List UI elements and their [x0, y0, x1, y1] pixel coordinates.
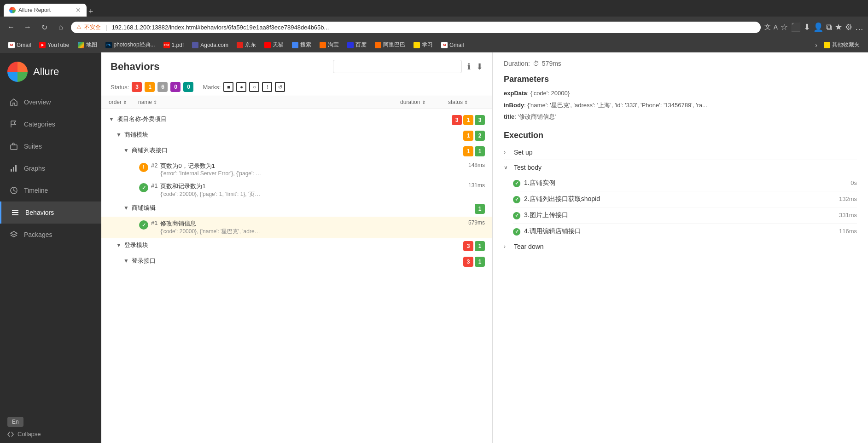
badge-green: 3	[475, 115, 485, 125]
tree-node-shop-edit[interactable]: ▼ 商铺编辑 1	[101, 201, 492, 217]
status-badge-purple[interactable]: 0	[170, 82, 181, 92]
bookmark-pdf[interactable]: PDF 1.pdf	[160, 40, 188, 50]
col-name-header[interactable]: name ⇕	[138, 99, 398, 105]
step1-item[interactable]: 1.店铺实例 0s	[513, 175, 857, 191]
reader-mode-button[interactable]: 文	[764, 23, 771, 31]
more-bookmarks-button[interactable]: ›	[815, 41, 817, 49]
status-badge-red[interactable]: 3	[132, 82, 142, 92]
baidu-icon	[347, 42, 354, 48]
mark-icon-2[interactable]: ○	[249, 82, 259, 92]
tree-row-content: 商铺编辑 1	[132, 204, 485, 214]
test2-desc: {'error': 'Internal Server Error'}, {'pa…	[160, 170, 262, 177]
bookmark-alibaba[interactable]: 阿里巴巴	[371, 40, 409, 50]
language-button[interactable]: En	[7, 417, 23, 427]
step1-status-icon	[513, 180, 520, 187]
bookmark-gmail[interactable]: M Gmail	[5, 40, 35, 50]
parameters-section: Parameters expData: {'code': 20000} inBo…	[504, 75, 857, 121]
download-button[interactable]: ⬇	[804, 22, 810, 32]
bookmark-jd[interactable]: 京东	[233, 40, 260, 50]
extensions-button[interactable]: ⬛	[791, 22, 801, 32]
sidebar-item-behaviors[interactable]: Behaviors	[0, 201, 101, 224]
forward-button[interactable]: →	[21, 21, 34, 34]
back-button[interactable]: ←	[5, 21, 17, 34]
tree-row-content: 项目名称-外卖项目 3 1 3	[117, 115, 485, 125]
badge-orange: 1	[463, 131, 473, 141]
col-status-header[interactable]: status ⇕	[448, 99, 485, 105]
reload-button[interactable]: ↻	[38, 21, 51, 34]
teardown-item[interactable]: › Tear down	[504, 239, 857, 254]
bookmark-star-button[interactable]: ☆	[781, 22, 788, 32]
search-input[interactable]	[333, 60, 462, 73]
mark-icon-0[interactable]: ■	[223, 82, 233, 92]
bookmark-youtube[interactable]: YouTube	[35, 40, 73, 50]
tree-node-edit1[interactable]: #1 修改商铺信息 {'code': 20000}, {'name': '星巴克…	[101, 217, 492, 238]
testbody-item[interactable]: ∨ Test body	[504, 160, 857, 175]
tree-node-project-root[interactable]: ▼ 项目名称-外卖项目 3 1 3	[101, 112, 492, 128]
address-bar[interactable]: ⚠ 不安全 | 192.168.1.200:13882/index.html#b…	[71, 22, 761, 33]
active-tab[interactable]: Allure Report ✕	[4, 4, 87, 17]
step3-item[interactable]: 3.图片上传接口 331ms	[513, 207, 857, 224]
address-text: 192.168.1.200:13882/index.html#behaviors…	[111, 24, 755, 31]
tree-node-shop-module[interactable]: ▼ 商铺模块 1 2	[101, 128, 492, 144]
bookmark-tmall[interactable]: 天猫	[261, 40, 287, 50]
step4-item[interactable]: 4.调用编辑店铺接口 116ms	[513, 224, 857, 239]
step2-item[interactable]: 2.店铺列出接口获取shopid 132ms	[513, 191, 857, 207]
home-button[interactable]: ⌂	[54, 21, 67, 34]
col-order-header[interactable]: order ⇕	[109, 99, 136, 105]
tree-node-login-module[interactable]: ▼ 登录模块 3 1	[101, 238, 492, 254]
sidebar-item-timeline[interactable]: Timeline	[0, 179, 101, 201]
svg-rect-2	[11, 169, 12, 172]
bookmark-agoda[interactable]: Agoda.com	[188, 40, 232, 50]
sidebar-item-categories[interactable]: Categories	[0, 113, 101, 135]
step3-duration: 331ms	[839, 212, 857, 219]
status-check-icon	[139, 220, 148, 230]
bookmark-photoshop[interactable]: Ps photoshop经典...	[102, 40, 159, 50]
photoshop-icon: Ps	[105, 42, 112, 48]
app: Allure Overview Categories Suites	[0, 52, 868, 443]
settings-button[interactable]: ⚙	[845, 22, 852, 32]
mark-icon-4[interactable]: ↺	[275, 82, 285, 92]
bookmark-maps[interactable]: 地图	[74, 40, 101, 50]
nav-right-icons: 文 A ☆ ⬛ ⬇ 👤 ⧉ ★ ⚙ …	[764, 22, 863, 32]
col-duration-header[interactable]: duration ⇕	[400, 99, 446, 105]
favorites-button[interactable]: ★	[835, 22, 842, 32]
bookmark-gmail2[interactable]: M Gmail	[437, 40, 467, 50]
tree-panel[interactable]: ▼ 项目名称-外卖项目 3 1 3 ▼ 商铺模块	[101, 109, 492, 443]
tab-bar: Allure Report ✕ +	[0, 0, 868, 17]
tree-node-shop-list-api[interactable]: ▼ 商铺列表接口 1 1	[101, 144, 492, 159]
profile-button[interactable]: 👤	[813, 22, 823, 32]
bookmark-study[interactable]: 学习	[410, 40, 437, 50]
parameters-title: Parameters	[504, 75, 857, 84]
download-button[interactable]: ⬇	[476, 62, 483, 72]
more-button[interactable]: …	[855, 23, 863, 32]
sidebar-item-overview[interactable]: Overview	[0, 91, 101, 113]
new-tab-button[interactable]: +	[88, 7, 93, 17]
translate-button[interactable]: A	[774, 23, 778, 31]
info-button[interactable]: ℹ	[467, 62, 471, 72]
collapse-button[interactable]: Collapse	[7, 431, 94, 437]
tree-node-test2[interactable]: #2 页数为0，记录数为1 {'error': 'Internal Server…	[101, 159, 492, 179]
status-badge-orange[interactable]: 1	[145, 82, 155, 92]
mark-icon-1[interactable]: ●	[236, 82, 246, 92]
sidebar-item-packages[interactable]: Packages	[0, 224, 101, 246]
status-badge-teal[interactable]: 0	[183, 82, 193, 92]
edit1-duration: 579ms	[468, 219, 485, 226]
setup-item[interactable]: › Set up	[504, 145, 857, 160]
duration-clock-icon: ⏱	[533, 60, 539, 67]
sidebar-item-graphs[interactable]: Graphs	[0, 157, 101, 179]
duration-value: 579ms	[542, 60, 561, 67]
bookmarks-bar: M Gmail YouTube 地图 Ps photoshop经典... PDF…	[0, 38, 868, 52]
bookmark-other-folders[interactable]: 其他收藏夹	[820, 40, 863, 50]
bookmark-baidu[interactable]: 百度	[344, 40, 370, 50]
tree-node-login-api[interactable]: ▼ 登录接口 3 1	[101, 254, 492, 270]
split-view-button[interactable]: ⧉	[826, 23, 832, 32]
bookmark-search[interactable]: 搜索	[288, 40, 315, 50]
status-badge-gray[interactable]: 6	[157, 82, 168, 92]
tree-row-content: 商铺模块 1 2	[124, 131, 485, 141]
setup-label: Set up	[514, 149, 857, 156]
mark-icon-3[interactable]: !	[262, 82, 272, 92]
tree-node-test1[interactable]: #1 页数和记录数为1 {'code': 20000}, {'page': 1,…	[101, 179, 492, 201]
sidebar-item-suites[interactable]: Suites	[0, 135, 101, 157]
bookmark-taobao[interactable]: 淘宝	[316, 40, 343, 50]
tab-close-button[interactable]: ✕	[76, 6, 81, 14]
